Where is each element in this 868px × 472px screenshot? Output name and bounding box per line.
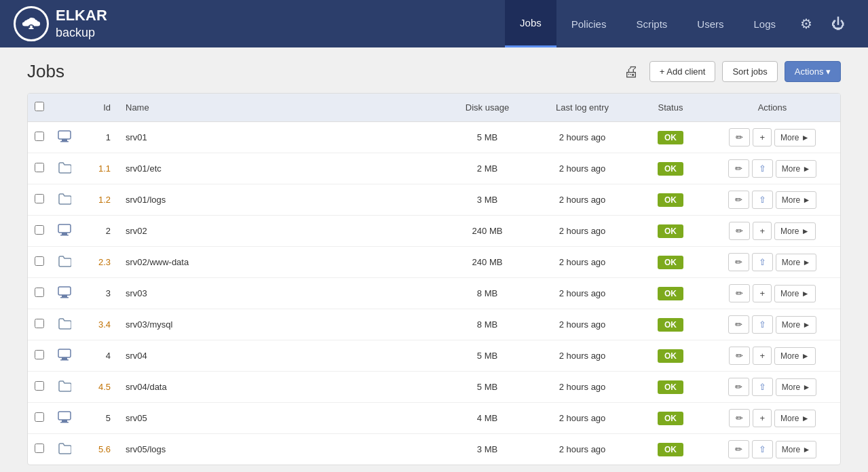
table-row: 1 srv01 5 MB 2 hours ago OK ✏ + More ► — [28, 122, 840, 153]
row-disk-usage: 240 MB — [447, 247, 528, 278]
more-button[interactable]: More ► — [776, 160, 817, 178]
status-badge: OK — [658, 287, 683, 300]
row-checkbox[interactable] — [35, 256, 44, 266]
row-checkbox[interactable] — [35, 350, 44, 359]
print-icon[interactable]: 🖨 — [624, 63, 639, 81]
id-link[interactable]: 2.3 — [98, 257, 111, 267]
run-job-button[interactable]: ⇧ — [752, 440, 773, 458]
id-link[interactable]: 4.5 — [98, 382, 111, 392]
row-status: OK — [637, 122, 704, 153]
more-button[interactable]: More ► — [774, 129, 816, 146]
nav-logs[interactable]: Logs — [738, 0, 791, 47]
more-button[interactable]: More ► — [776, 316, 817, 334]
row-name: srv05 — [119, 403, 447, 434]
row-checkbox[interactable] — [35, 381, 44, 391]
run-job-button[interactable]: ⇧ — [752, 378, 773, 396]
run-job-button[interactable]: ⇧ — [752, 315, 773, 334]
edit-button[interactable]: ✏ — [728, 440, 749, 458]
id-value: 2 — [106, 226, 111, 236]
row-checkbox[interactable] — [35, 412, 44, 422]
more-button[interactable]: More ► — [774, 347, 816, 365]
action-buttons-group: ✏ + More ► — [711, 284, 833, 302]
nav-users[interactable]: Users — [682, 0, 738, 47]
edit-button[interactable]: ✏ — [728, 315, 749, 334]
id-link[interactable]: 1.2 — [98, 195, 111, 205]
row-checkbox[interactable] — [35, 194, 44, 203]
row-type-icon — [51, 216, 78, 247]
select-all-checkbox[interactable] — [35, 102, 44, 111]
run-job-button[interactable]: ⇧ — [752, 253, 773, 271]
id-link[interactable]: 3.4 — [98, 319, 111, 330]
status-badge: OK — [658, 349, 683, 363]
nav-jobs[interactable]: Jobs — [505, 0, 556, 47]
row-type-icon — [51, 184, 78, 216]
id-link[interactable]: 5.6 — [98, 444, 111, 454]
row-last-log: 2 hours ago — [528, 372, 637, 403]
edit-button[interactable]: ✏ — [729, 284, 750, 302]
nav-links: Jobs Policies Scripts Users Logs ⚙ ⏻ — [505, 0, 854, 47]
more-button[interactable]: More ► — [776, 191, 817, 209]
svg-rect-5 — [60, 141, 69, 142]
row-last-log: 2 hours ago — [528, 153, 637, 184]
row-name: srv02 — [119, 216, 447, 247]
run-job-button[interactable]: ⇧ — [752, 191, 773, 209]
more-button[interactable]: More ► — [774, 285, 816, 302]
row-type-icon — [51, 372, 78, 403]
add-client-button[interactable]: + Add client — [649, 61, 716, 82]
row-status: OK — [637, 278, 704, 309]
row-checkbox[interactable] — [35, 163, 44, 172]
page-content: Jobs 🖨 + Add client Sort jobs Actions ▾ … — [0, 47, 868, 472]
row-status: OK — [637, 434, 704, 465]
actions-dropdown-button[interactable]: Actions ▾ — [785, 61, 841, 82]
action-buttons-group: ✏ ⇧ More ► — [711, 440, 833, 458]
more-button[interactable]: More ► — [776, 378, 817, 396]
row-last-log: 2 hours ago — [528, 184, 637, 216]
add-job-button[interactable]: + — [753, 284, 772, 302]
jobs-table: Id Name Disk usage Last log entry Status… — [28, 94, 840, 465]
run-job-button[interactable]: ⇧ — [752, 159, 773, 178]
row-checkbox-cell — [28, 216, 51, 247]
row-actions: ✏ ⇧ More ► — [704, 184, 840, 216]
row-id: 3.4 — [78, 309, 119, 340]
logout-icon[interactable]: ⏻ — [822, 0, 854, 47]
nav-policies[interactable]: Policies — [556, 0, 622, 47]
edit-button[interactable]: ✏ — [728, 159, 749, 178]
row-checkbox[interactable] — [35, 132, 44, 141]
row-checkbox[interactable] — [35, 319, 44, 328]
row-actions: ✏ + More ► — [704, 403, 840, 434]
row-id: 5.6 — [78, 434, 119, 465]
edit-button[interactable]: ✏ — [728, 191, 749, 209]
id-link[interactable]: 1.1 — [98, 163, 111, 174]
row-id: 3 — [78, 278, 119, 309]
more-button[interactable]: More ► — [776, 441, 817, 458]
edit-button[interactable]: ✏ — [728, 378, 749, 396]
settings-icon[interactable]: ⚙ — [791, 0, 822, 47]
row-last-log: 2 hours ago — [528, 122, 637, 153]
edit-button[interactable]: ✏ — [729, 409, 750, 427]
row-checkbox[interactable] — [35, 288, 44, 297]
edit-button[interactable]: ✏ — [729, 347, 750, 365]
status-badge: OK — [658, 193, 683, 207]
select-all-header — [28, 94, 51, 122]
page-header: Jobs 🖨 + Add client Sort jobs Actions ▾ — [27, 61, 841, 82]
edit-button[interactable]: ✏ — [729, 222, 750, 240]
more-button[interactable]: More ► — [776, 254, 817, 271]
add-job-button[interactable]: + — [753, 409, 772, 427]
type-icon-header — [51, 94, 78, 122]
add-job-button[interactable]: + — [753, 347, 772, 365]
jobs-table-wrapper: Id Name Disk usage Last log entry Status… — [27, 93, 841, 465]
nav-scripts[interactable]: Scripts — [621, 0, 682, 47]
edit-button[interactable]: ✏ — [729, 128, 750, 146]
row-name: srv01/logs — [119, 184, 447, 216]
add-job-button[interactable]: + — [753, 222, 772, 240]
add-job-button[interactable]: + — [753, 128, 772, 146]
edit-button[interactable]: ✏ — [728, 253, 749, 271]
row-checkbox[interactable] — [35, 444, 44, 453]
row-checkbox[interactable] — [35, 225, 44, 235]
status-header: Status — [637, 94, 704, 122]
sort-jobs-button[interactable]: Sort jobs — [722, 61, 777, 82]
row-actions: ✏ + More ► — [704, 340, 840, 372]
id-value: 1 — [106, 132, 111, 142]
more-button[interactable]: More ► — [774, 222, 816, 240]
more-button[interactable]: More ► — [774, 410, 816, 427]
